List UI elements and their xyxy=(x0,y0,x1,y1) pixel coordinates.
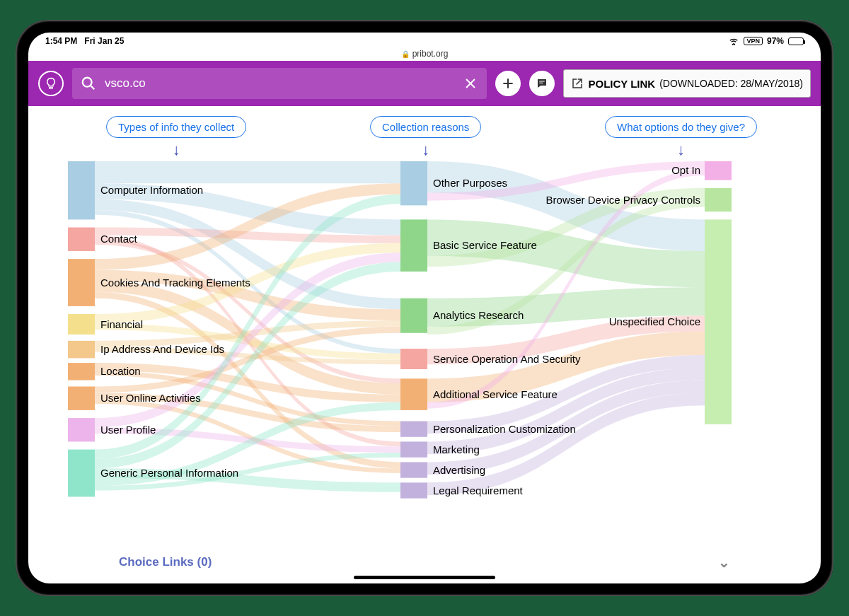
arrow-down-icon: ↓ xyxy=(173,141,180,159)
svg-rect-8 xyxy=(68,161,95,219)
sankey-node-label[interactable]: Analytics Research xyxy=(433,309,524,321)
home-indicator[interactable] xyxy=(354,576,495,579)
device-screen: 1:54 PM Fri Jan 25 VPN 97% 🔒 pribot.org xyxy=(28,33,821,583)
chevron-down-icon: ⌄ xyxy=(718,554,730,571)
svg-rect-16 xyxy=(68,450,95,497)
battery-icon xyxy=(788,37,804,45)
sankey-diagram[interactable]: Computer InformationContactCookies And T… xyxy=(68,161,798,508)
svg-rect-17 xyxy=(400,161,427,205)
address-host: pribot.org xyxy=(412,49,449,59)
sankey-node-label[interactable]: Other Purposes xyxy=(433,177,507,189)
chip-collection-reasons[interactable]: Collection reasons xyxy=(370,116,481,138)
chip-info-types[interactable]: Types of info they collect xyxy=(106,116,246,138)
wifi-icon xyxy=(728,37,739,45)
svg-rect-21 xyxy=(400,378,427,410)
policy-link-label: POLICY LINK xyxy=(588,78,655,90)
sankey-node-label[interactable]: User Profile xyxy=(100,424,156,436)
svg-rect-24 xyxy=(400,462,427,477)
sankey-node-label[interactable]: Service Operation And Security xyxy=(433,353,580,365)
policy-link-date: (DOWNLOADED: 28/MAY/2018) xyxy=(659,78,803,89)
accordion-label: Choice Links (0) xyxy=(119,555,212,569)
sankey-node-label[interactable]: Ip Address And Device Ids xyxy=(100,343,224,355)
svg-rect-26 xyxy=(705,161,732,180)
status-bar: 1:54 PM Fri Jan 25 VPN 97% xyxy=(28,33,821,50)
open-external-icon xyxy=(571,77,584,90)
sankey-node-label[interactable]: Contact xyxy=(100,233,137,245)
device-frame: 1:54 PM Fri Jan 25 VPN 97% 🔒 pribot.org xyxy=(16,20,833,596)
svg-rect-28 xyxy=(705,219,732,424)
sankey-node-label[interactable]: Opt In xyxy=(671,164,700,176)
svg-rect-12 xyxy=(68,341,95,359)
arrow-down-icon: ↓ xyxy=(677,141,685,159)
chat-icon xyxy=(536,77,548,90)
chip-options[interactable]: What options do they give? xyxy=(605,116,757,138)
lock-icon: 🔒 xyxy=(401,50,410,58)
svg-rect-14 xyxy=(68,387,95,410)
section-chips: Types of info they collect ↓ Collection … xyxy=(28,116,821,151)
status-time: 1:54 PM xyxy=(45,36,77,46)
close-icon xyxy=(464,77,477,90)
svg-rect-11 xyxy=(68,314,95,335)
clear-search-button[interactable] xyxy=(463,76,478,91)
search-field[interactable] xyxy=(72,68,487,99)
sankey-node-label[interactable]: Legal Requirement xyxy=(433,484,523,496)
svg-rect-10 xyxy=(68,259,95,306)
sankey-node-label[interactable]: Advertising xyxy=(433,464,485,476)
add-button[interactable] xyxy=(495,71,521,96)
app-header: POLICY LINK (DOWNLOADED: 28/MAY/2018) xyxy=(28,61,821,106)
svg-rect-22 xyxy=(400,422,427,437)
chat-button[interactable] xyxy=(529,71,555,96)
app-logo[interactable] xyxy=(38,71,64,96)
svg-rect-18 xyxy=(400,219,427,272)
sankey-node-label[interactable]: Additional Service Feature xyxy=(433,388,558,400)
sankey-node-label[interactable]: Generic Personal Information xyxy=(100,467,238,479)
sankey-node-label[interactable]: Financial xyxy=(100,318,143,330)
search-icon xyxy=(81,76,96,91)
svg-rect-15 xyxy=(68,418,95,441)
sankey-node-label[interactable]: Location xyxy=(100,365,141,377)
svg-rect-19 xyxy=(400,298,427,333)
svg-line-1 xyxy=(91,86,95,90)
choice-links-accordion[interactable]: Choice Links (0) ⌄ xyxy=(106,547,743,578)
sankey-node-label[interactable]: Personalization Customization xyxy=(433,423,576,435)
sankey-node-label[interactable]: User Online Activities xyxy=(100,392,201,404)
lightbulb-icon xyxy=(45,77,57,90)
arrow-down-icon: ↓ xyxy=(422,141,429,159)
svg-rect-13 xyxy=(68,363,95,380)
vpn-badge: VPN xyxy=(744,37,763,45)
policy-link-button[interactable]: POLICY LINK (DOWNLOADED: 28/MAY/2018) xyxy=(563,69,811,98)
svg-rect-9 xyxy=(68,228,95,251)
search-input[interactable] xyxy=(105,76,454,91)
sankey-node-label[interactable]: Marketing xyxy=(433,443,480,455)
svg-rect-27 xyxy=(705,188,732,211)
sankey-node-label[interactable]: Cookies And Tracking Elements xyxy=(100,277,250,289)
svg-rect-20 xyxy=(400,349,427,369)
battery-pct: 97% xyxy=(767,36,784,46)
sankey-node-label[interactable]: Unspecified Choice xyxy=(609,315,700,327)
svg-point-0 xyxy=(83,78,92,87)
sankey-node-label[interactable]: Basic Service Feature xyxy=(433,239,537,251)
svg-rect-23 xyxy=(400,441,427,457)
sankey-node-label[interactable]: Computer Information xyxy=(100,184,203,196)
sankey-node-label[interactable]: Browser Device Privacy Controls xyxy=(546,194,700,206)
plus-icon xyxy=(501,76,515,91)
svg-rect-25 xyxy=(400,482,427,498)
status-date: Fri Jan 25 xyxy=(84,36,124,46)
